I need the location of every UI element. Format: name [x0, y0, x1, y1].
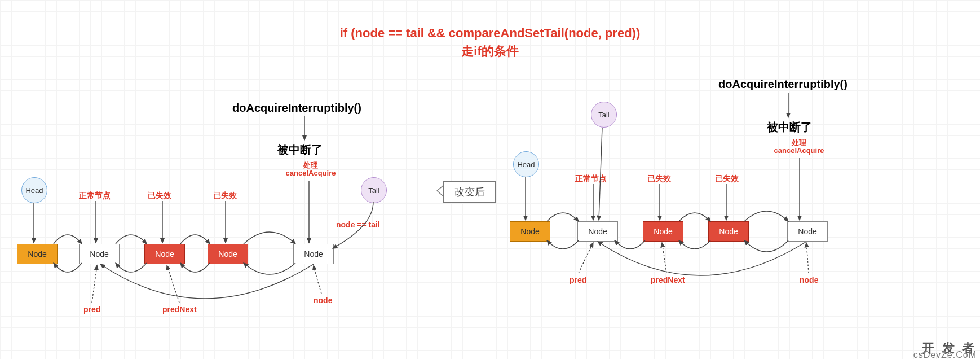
left-node-2: Node: [79, 244, 120, 264]
right-ptr-node: node: [800, 275, 818, 284]
right-cancel: 处理cancelAcquire: [774, 139, 824, 155]
left-ptr-pred: pred: [83, 305, 100, 314]
watermark-sub: csDevZe.CoM: [913, 350, 977, 359]
left-cancel: 处理cancelAcquire: [285, 161, 336, 178]
right-node-4: Node: [708, 221, 749, 242]
right-method-call: doAcquireInterruptibly(): [718, 78, 847, 91]
title-line-2: 走if的条件: [0, 43, 980, 60]
left-ptr-prednext: predNext: [162, 305, 197, 314]
right-label-invalid-2: 已失效: [715, 174, 739, 184]
right-head-circle: Head: [513, 151, 539, 177]
change-after-box: 改变后: [443, 181, 496, 203]
right-tail-circle: Tail: [591, 102, 617, 128]
left-node-3: Node: [144, 244, 185, 264]
left-label-invalid-1: 已失效: [148, 191, 171, 201]
left-method-call: doAcquireInterruptibly(): [232, 102, 361, 115]
right-node-3: Node: [643, 221, 683, 242]
right-node-1: Node: [510, 221, 550, 242]
left-label-node-eq-tail: node == tail: [336, 220, 380, 229]
left-ptr-node: node: [314, 296, 332, 305]
title-line-1: if (node == tail && compareAndSetTail(no…: [0, 26, 980, 41]
left-head-circle: Head: [21, 177, 47, 203]
left-node-5: Node: [293, 244, 334, 264]
left-node-1: Node: [17, 244, 58, 264]
right-interrupted: 被中断了: [767, 120, 812, 135]
left-label-normal: 正常节点: [79, 191, 111, 201]
right-label-invalid-1: 已失效: [647, 174, 671, 184]
left-interrupted: 被中断了: [277, 142, 323, 157]
right-ptr-pred: pred: [570, 275, 586, 284]
left-label-invalid-2: 已失效: [213, 191, 237, 201]
left-tail-circle: Tail: [361, 177, 387, 203]
right-label-normal: 正常节点: [575, 174, 607, 184]
right-node-5: Node: [787, 221, 828, 242]
right-ptr-prednext: predNext: [651, 275, 685, 284]
left-node-4: Node: [208, 244, 248, 264]
right-node-2: Node: [577, 221, 618, 242]
